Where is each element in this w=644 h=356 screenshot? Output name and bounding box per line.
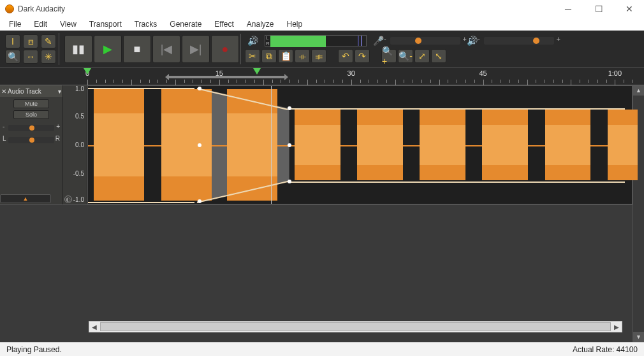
multi-tool[interactable]: ✳ xyxy=(41,50,56,64)
undo-button[interactable]: ↶ xyxy=(338,49,353,63)
timeline-ruler[interactable]: 01530451:00 xyxy=(0,68,644,85)
envelope-point[interactable] xyxy=(288,180,291,183)
audio-clip[interactable] xyxy=(608,110,638,180)
track-name: Audio Track xyxy=(8,88,41,95)
track-row: ✕ Audio Track ▾ Mute Solo -+ LR ▲ 1.0 0.… xyxy=(0,85,633,205)
play-cursor xyxy=(271,86,272,204)
menu-edit[interactable]: Edit xyxy=(29,18,52,30)
solo-button[interactable]: Solo xyxy=(13,110,49,119)
waveform-display[interactable] xyxy=(87,85,633,204)
close-button[interactable]: ✕ xyxy=(620,4,639,14)
status-right: Actual Rate: 44100 xyxy=(573,345,638,354)
selection-range[interactable] xyxy=(168,76,285,78)
tools-toolbar: I ⧈ ✎ 🔍 ↔ ✳ xyxy=(4,33,59,65)
pause-button[interactable]: ▮▮ xyxy=(64,35,92,63)
menu-view[interactable]: View xyxy=(55,18,82,30)
empty-track-area[interactable] xyxy=(0,205,633,320)
timeshift-tool[interactable]: ↔ xyxy=(23,50,38,64)
record-meter-icon: 🎤 xyxy=(373,36,384,46)
menu-help[interactable]: Help xyxy=(282,18,308,30)
envelope-point[interactable] xyxy=(198,87,201,90)
menu-generate[interactable]: Generate xyxy=(165,18,207,30)
audio-clip[interactable] xyxy=(161,89,212,201)
horizontal-scrollbar[interactable]: ◀ ▶ xyxy=(89,321,622,332)
playback-vol-icon: 🔊 xyxy=(467,36,478,46)
envelope-point[interactable] xyxy=(198,199,201,203)
envelope-point[interactable] xyxy=(198,143,201,147)
gain-slider[interactable]: -+ xyxy=(8,125,54,131)
selection-tool[interactable]: I xyxy=(5,34,20,48)
menu-file[interactable]: File xyxy=(4,18,26,30)
minimize-button[interactable]: ─ xyxy=(559,4,578,14)
copy-button[interactable]: ⧉ xyxy=(261,49,277,63)
draw-tool[interactable]: ✎ xyxy=(41,34,56,48)
playback-meter-icon: 🔊 xyxy=(247,36,258,46)
record-level-slider[interactable] xyxy=(390,37,460,45)
titlebar: Dark Audacity ─ ☐ ✕ xyxy=(0,0,644,18)
stop-button[interactable]: ■ xyxy=(123,35,151,63)
record-button[interactable]: ● xyxy=(211,35,239,63)
app-icon xyxy=(5,4,14,13)
silence-button[interactable]: ⟚ xyxy=(311,49,326,63)
envelope-line[interactable] xyxy=(289,182,626,183)
track-close-icon[interactable]: ✕ xyxy=(1,88,6,95)
envelope-point[interactable] xyxy=(288,143,291,147)
audio-clip[interactable] xyxy=(94,89,144,201)
collapse-button[interactable]: ▲ xyxy=(0,194,51,203)
ruler-label: 1:00 xyxy=(608,69,622,77)
scale-menu-icon[interactable]: ◐ xyxy=(64,196,72,203)
fit-project-button[interactable]: ⤡ xyxy=(431,49,446,63)
zoom-out-button[interactable]: 🔍- xyxy=(398,49,413,63)
scroll-down-icon[interactable]: ▼ xyxy=(633,332,644,342)
redo-button[interactable]: ↷ xyxy=(355,49,370,63)
trim-button[interactable]: ⟛ xyxy=(295,49,310,63)
envelope-tool[interactable]: ⧈ xyxy=(23,34,38,48)
main-area: ✕ Audio Track ▾ Mute Solo -+ LR ▲ 1.0 0.… xyxy=(0,85,644,342)
skip-end-button[interactable]: ▶| xyxy=(182,35,210,63)
maximize-button[interactable]: ☐ xyxy=(589,4,608,14)
cursor-marker[interactable] xyxy=(253,68,261,75)
fit-selection-button[interactable]: ⤢ xyxy=(414,49,430,63)
audio-clip[interactable] xyxy=(420,110,465,180)
menu-transport[interactable]: Transport xyxy=(84,18,127,30)
envelope-line[interactable] xyxy=(88,202,194,203)
envelope-point[interactable] xyxy=(288,106,291,110)
toolbar-area: I ⧈ ✎ 🔍 ↔ ✳ ▮▮ ▶ ■ |◀ ▶| ● 🔊 L R 🎤 🔊 xyxy=(0,31,644,68)
zoom-tool[interactable]: 🔍 xyxy=(5,50,20,64)
window-title: Dark Audacity xyxy=(18,4,559,13)
ruler-label: 30 xyxy=(348,69,355,77)
playback-level-slider[interactable] xyxy=(484,37,554,45)
status-left: Playing Paused. xyxy=(6,345,62,354)
ruler-label: 45 xyxy=(479,69,487,77)
audio-clip[interactable] xyxy=(295,110,340,180)
track-control-panel: ✕ Audio Track ▾ Mute Solo -+ LR ▲ xyxy=(0,85,63,204)
menu-analyze[interactable]: Analyze xyxy=(242,18,279,30)
scroll-thumb[interactable] xyxy=(100,322,611,331)
status-bar: Playing Paused. Actual Rate: 44100 xyxy=(0,342,644,356)
envelope-line[interactable] xyxy=(88,88,194,89)
paste-button[interactable]: 📋 xyxy=(278,49,293,63)
menubar: File Edit View Transport Tracks Generate… xyxy=(0,18,644,31)
mute-button[interactable]: Mute xyxy=(13,99,49,108)
audio-clip[interactable] xyxy=(357,110,403,180)
track-header[interactable]: ✕ Audio Track ▾ xyxy=(0,85,62,97)
window-controls: ─ ☐ ✕ xyxy=(559,4,639,14)
playback-meter[interactable]: L R xyxy=(265,35,367,46)
scroll-left-icon[interactable]: ◀ xyxy=(89,324,99,331)
scroll-right-icon[interactable]: ▶ xyxy=(611,324,622,331)
play-button[interactable]: ▶ xyxy=(94,35,122,63)
amplitude-scale: 1.0 0.5 0.0 -0.5 -1.0 ◐ xyxy=(63,85,87,204)
cut-button[interactable]: ✂ xyxy=(245,49,260,63)
scroll-up-icon[interactable]: ▲ xyxy=(633,85,644,96)
skip-start-button[interactable]: |◀ xyxy=(152,35,180,63)
audio-clip[interactable] xyxy=(545,110,591,180)
menu-effect[interactable]: Effect xyxy=(209,18,238,30)
transport-toolbar: ▮▮ ▶ ■ |◀ ▶| ● xyxy=(63,34,241,64)
envelope-line[interactable] xyxy=(289,108,626,110)
menu-tracks[interactable]: Tracks xyxy=(129,18,163,30)
pan-slider[interactable]: LR xyxy=(8,137,54,143)
zoom-in-button[interactable]: 🔍+ xyxy=(381,49,397,63)
playhead-marker[interactable] xyxy=(84,68,91,75)
audio-clip[interactable] xyxy=(482,110,528,180)
